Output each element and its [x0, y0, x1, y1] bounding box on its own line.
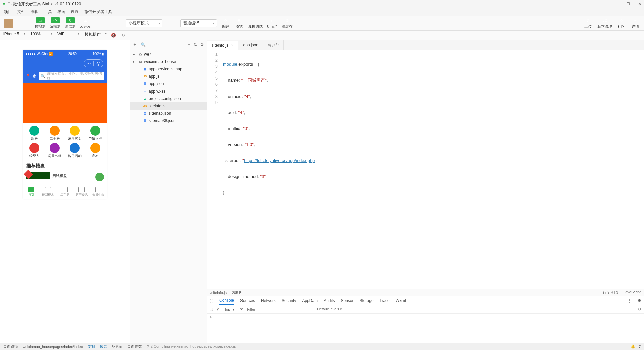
bell-icon[interactable]: 🔔 — [631, 344, 635, 349]
devtab-wxml[interactable]: Wxml — [396, 297, 406, 304]
clearcache-button[interactable]: ⊘清缓存 — [282, 17, 293, 29]
file-projectconfig[interactable]: ⊙project.config.json — [130, 95, 207, 102]
cat-agent[interactable]: 经纪人 — [24, 143, 45, 158]
tab-appjs[interactable]: app.js — [263, 40, 284, 50]
tab-home[interactable]: 首页 — [23, 185, 40, 199]
menu-devtools[interactable]: 微信开发者工具 — [84, 9, 112, 15]
devtab-console[interactable]: Console — [219, 297, 234, 305]
device-select[interactable]: iPhone 5 — [0, 32, 27, 39]
file-appjs[interactable]: JSapp.js — [130, 73, 207, 80]
network-select[interactable]: WiFi — [54, 32, 81, 39]
tab-news[interactable]: 房产资讯 — [73, 185, 90, 199]
menu-ui[interactable]: 界面 — [57, 9, 65, 15]
cat-publish[interactable]: 发布 — [85, 143, 106, 158]
realdev-button[interactable]: ⛶真机调试 — [248, 17, 263, 29]
float-chat-icon[interactable] — [95, 173, 104, 181]
search-files-icon[interactable]: 🔍 — [141, 42, 146, 47]
search-input[interactable]: 🔍请输入楼盘、小区、地名等相关信息 — [39, 72, 104, 80]
devtab-sensor[interactable]: Sensor — [341, 297, 354, 304]
live-icon[interactable]: 👁 — [240, 307, 244, 311]
settings-icon[interactable]: ⚙ — [200, 42, 204, 47]
simulator-button[interactable]: ▭模拟器 — [35, 17, 46, 29]
file-sitemap38[interactable]: {}sitemap38.json — [130, 117, 207, 124]
menubar: 项目 文件 编辑 工具 界面 设置 微信开发者工具 — [0, 8, 644, 16]
debugger-button[interactable]: ⚲调试器 — [65, 17, 76, 29]
toggle-device-icon[interactable]: ⬚ — [210, 307, 213, 311]
minimize-icon[interactable]: — — [614, 2, 618, 6]
list-item[interactable]: 测试楼盘 — [23, 171, 107, 180]
footer-preview[interactable]: 预览 — [100, 344, 107, 349]
menu-settings[interactable]: 设置 — [71, 9, 79, 15]
editor-button[interactable]: ‹/›编辑器 — [50, 17, 61, 29]
inspect-icon[interactable]: ⬚ — [210, 298, 213, 303]
menu-file[interactable]: 文件 — [17, 9, 25, 15]
menu-tools[interactable]: 工具 — [44, 9, 52, 15]
rotate-icon[interactable]: ↻ — [119, 33, 128, 38]
tab-appjson[interactable]: app.json — [238, 40, 263, 50]
devtab-sources[interactable]: Sources — [240, 297, 255, 304]
console-settings-icon[interactable]: ⚙ — [638, 307, 641, 311]
capsule-button[interactable]: ⋯◎ — [84, 59, 103, 67]
clear-console-icon[interactable]: ⊘ — [216, 307, 219, 311]
footer-copy[interactable]: 复制 — [88, 344, 95, 349]
menu-edit[interactable]: 编辑 — [31, 9, 39, 15]
footer-param[interactable]: 页面参数 — [127, 344, 142, 349]
cat-rent[interactable]: 房屋出租 — [45, 143, 65, 158]
close-icon[interactable]: ✕ — [638, 2, 641, 6]
location-icon[interactable]: 📍 — [26, 74, 31, 78]
new-file-icon[interactable]: ＋ — [133, 42, 137, 47]
bgswitch-button[interactable]: ⇄切后台 — [267, 17, 278, 29]
collapse-icon[interactable]: ⇅ — [194, 42, 197, 47]
console-output[interactable]: > — [207, 314, 644, 343]
file-sitemap[interactable]: {}sitemap.json — [130, 110, 207, 117]
footer-scene[interactable]: 场景值 — [112, 344, 123, 349]
devtab-trace[interactable]: Trace — [380, 297, 390, 304]
file-siteinfo[interactable]: JSsiteinfo.js — [130, 102, 207, 110]
cat-trade[interactable]: 房屋买卖 — [65, 126, 85, 141]
folder-we7[interactable]: ▸🗀we7 — [130, 51, 207, 58]
filter-input[interactable] — [247, 307, 314, 311]
tab-latest[interactable]: 最新楼盘 — [40, 185, 56, 199]
community-button[interactable]: ☺社区 — [617, 17, 626, 29]
devtab-security[interactable]: Security — [282, 297, 296, 304]
cat-newhouse[interactable]: 新房 — [24, 126, 45, 141]
devtab-appdata[interactable]: AppData — [302, 297, 318, 304]
compile-button[interactable]: ⟳编译 — [221, 17, 230, 29]
mode-select[interactable]: 小程序模式 — [126, 19, 162, 27]
mock-select[interactable]: 模拟操作 — [81, 32, 108, 39]
cloud-button[interactable]: ☁云开发 — [80, 17, 91, 29]
folder-root[interactable]: ▸🗀weixinmao_house — [130, 58, 207, 65]
file-appwxss[interactable]: ≡app.wxss — [130, 88, 207, 95]
cat-activity[interactable]: 购房活动 — [65, 143, 85, 158]
compile-mode-select[interactable]: 普通编译 — [180, 19, 217, 27]
devtab-network[interactable]: Network — [261, 297, 276, 304]
devtools-more-icon[interactable]: ⋮ — [628, 298, 632, 303]
tab-member[interactable]: 会员中心 — [90, 185, 107, 199]
file-appjson[interactable]: {}app.json — [130, 80, 207, 88]
devtab-storage[interactable]: Storage — [360, 297, 374, 304]
cat-secondhand[interactable]: 二手房 — [45, 126, 65, 141]
more-icon[interactable]: ⋯ — [186, 42, 190, 47]
version-button[interactable]: ⎇版本管理 — [597, 17, 612, 29]
devtab-audits[interactable]: Audits — [324, 297, 335, 304]
preview-button[interactable]: ◉预览 — [234, 17, 244, 29]
maximize-icon[interactable]: ☐ — [626, 2, 630, 6]
code-editor[interactable]: 123456789 module.exports = { name: " 同城房… — [207, 50, 644, 289]
context-select[interactable]: top▾ — [223, 307, 236, 312]
cat-apply[interactable]: 申请入驻 — [85, 126, 106, 141]
tab-second[interactable]: 二手房 — [56, 185, 73, 199]
levels-select[interactable]: Default levels ▾ — [317, 307, 342, 311]
tab-close-icon[interactable]: × — [231, 43, 233, 47]
city-label[interactable]: 市 — [33, 73, 37, 79]
zoom-select[interactable]: 100% — [27, 32, 54, 39]
mute-icon[interactable]: 🔇 — [108, 33, 119, 38]
file-map[interactable]: ▦app-service.js.map — [130, 65, 207, 73]
detail-button[interactable]: ≡详情 — [631, 17, 640, 29]
devtools-settings-icon[interactable]: ⚙ — [638, 298, 641, 303]
user-avatar[interactable] — [4, 19, 13, 28]
banner[interactable] — [23, 83, 107, 123]
tab-siteinfo[interactable]: siteinfo.js× — [207, 41, 238, 50]
upload-button[interactable]: ⤴上传 — [583, 17, 593, 29]
menu-project[interactable]: 项目 — [4, 9, 12, 15]
footer: 页面路径 weixinmao_house/pages/index/index 复… — [0, 343, 644, 350]
